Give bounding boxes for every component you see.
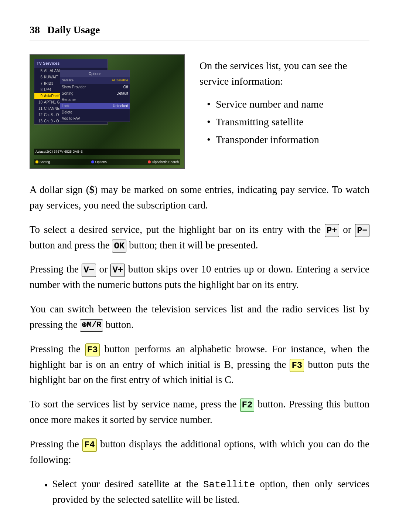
alpha-search-label: Alphabetic Search [152, 160, 179, 165]
options-item-delete: Delete [60, 109, 130, 115]
alpha-search-button: Alphabetic Search [148, 160, 179, 165]
paragraph-f2: To sort the services list by service nam… [30, 397, 369, 428]
page-title: Daily Usage [47, 22, 100, 38]
dollar-symbol: $ [89, 184, 95, 195]
paragraph-select-service: To select a desired service, put the hig… [30, 222, 369, 253]
tv-services-title: TV Services [34, 59, 108, 68]
bullet-transponder: Transponder information [207, 132, 369, 148]
f3-key-2: F3 [290, 359, 304, 372]
ok-key: OK [112, 240, 126, 253]
options-item-sorting: Sorting Default [60, 90, 130, 96]
options-item-show-provider: Show Provider Off [60, 84, 130, 90]
yellow-dot [35, 160, 38, 163]
bullet-service-number: Service number and name [207, 96, 369, 112]
mr-key: ⊛M/R [80, 319, 103, 332]
paragraph-f3: Pressing the F3 button performs an alpha… [30, 342, 369, 388]
options-title: Options [60, 70, 130, 77]
tv-overlay: TV Services 5AL-ALAM 6KUWAIT 7IRIB3 8UP4… [30, 55, 184, 168]
options-item-rename: Rename [60, 96, 130, 103]
top-section: TV Services 5AL-ALAM 6KUWAIT 7IRIB3 8UP4… [30, 54, 369, 169]
options-popup: Options Satellite All Satellite Show Pro… [60, 70, 130, 122]
blue-dot [91, 160, 94, 163]
f3-key-1: F3 [85, 343, 100, 357]
f2-key: F2 [240, 399, 255, 412]
indent-section: • Select your desired satellite at the S… [30, 477, 369, 508]
options-header-row: Satellite All Satellite [60, 77, 130, 84]
paragraph-f4: Pressing the F4 button displays the addi… [30, 437, 369, 468]
options-button: Options [91, 160, 107, 165]
satellite-bullet: • Select your desired satellite at the S… [44, 477, 369, 508]
options-item-lock: Lock Unlocked [60, 103, 130, 109]
tv-button-row: Sorting Options Alphabetic Search [34, 159, 180, 166]
sorting-button: Sorting [35, 160, 50, 165]
tv-screenshot: TV Services 5AL-ALAM 6KUWAIT 7IRIB3 8UP4… [30, 54, 185, 169]
paragraph-v-buttons: Pressing the V− or V+ button skips over … [30, 262, 369, 293]
bullet-list: Service number and name Transmitting sat… [200, 96, 369, 148]
satellite-bullet-text: Select your desired satellite at the Sat… [52, 477, 369, 508]
page-header: 38 Daily Usage [30, 22, 369, 41]
options-all-satellite: All Satellite [112, 78, 128, 83]
page-number: 38 [30, 22, 40, 38]
sorting-label: Sorting [40, 160, 50, 165]
options-item-add-fav: Add to FAV [60, 115, 130, 122]
p-plus-key: P+ [325, 224, 339, 237]
v-plus-key: V+ [110, 264, 125, 277]
bullet-transmitting: Transmitting satellite [207, 114, 369, 130]
bullet-dot: • [44, 478, 48, 494]
options-satellite-label: Satellite [62, 78, 74, 83]
info-intro: On the services list, you can see the se… [200, 58, 369, 89]
satellite-option-text: Satellite [203, 479, 255, 490]
main-content: TV Services 5AL-ALAM 6KUWAIT 7IRIB3 8UP4… [30, 54, 369, 508]
tv-status-bar: Asiasat2(C) 3767V 6525 DVB-S [34, 149, 180, 155]
options-label: Options [95, 160, 107, 165]
paragraph-dollar-sign: A dollar sign ($) may be marked on some … [30, 182, 369, 213]
info-panel: On the services list, you can see the se… [200, 54, 369, 169]
p-minus-key: P− [355, 224, 369, 237]
paragraph-switch-list: You can switch between the television se… [30, 302, 369, 333]
f4-key: F4 [82, 438, 97, 452]
v-minus-key: V− [82, 264, 96, 277]
red-dot [148, 160, 151, 163]
